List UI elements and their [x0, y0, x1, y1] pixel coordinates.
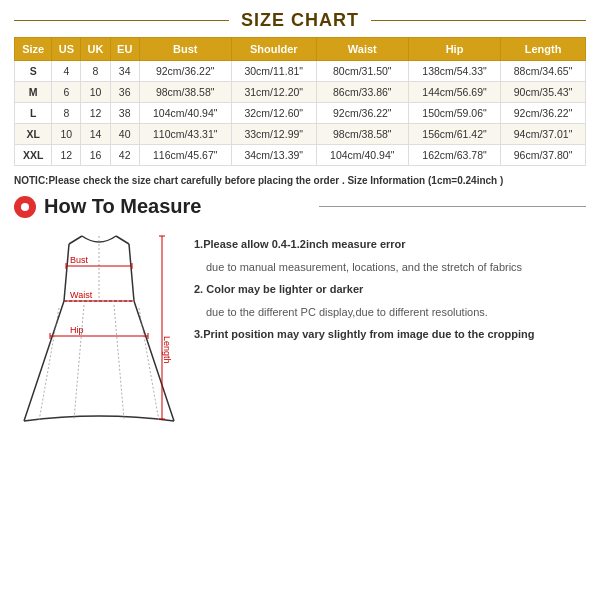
svg-line-3 [114, 305, 124, 419]
table-header-length: Length [501, 38, 586, 61]
table-cell: 98cm/38.58" [139, 82, 231, 103]
table-cell: 36 [110, 82, 139, 103]
table-cell: 88cm/34.65" [501, 61, 586, 82]
table-cell: 10 [81, 82, 111, 103]
table-cell: 33cm/12.99" [231, 124, 316, 145]
table-header-uk: UK [81, 38, 111, 61]
table-cell: 162cm/63.78" [408, 145, 500, 166]
table-cell: S [15, 61, 52, 82]
table-cell: 98cm/38.58" [316, 124, 408, 145]
table-cell: 38 [110, 103, 139, 124]
table-cell: 90cm/35.43" [501, 82, 586, 103]
table-cell: 14 [81, 124, 111, 145]
table-cell: 10 [52, 124, 81, 145]
table-cell: 94cm/37.01" [501, 124, 586, 145]
table-cell: 30cm/11.81" [231, 61, 316, 82]
how-to-measure-title: How To Measure [44, 195, 311, 218]
dress-svg: Bust Waist Hip Length [14, 226, 184, 426]
table-cell: 6 [52, 82, 81, 103]
table-cell: 104cm/40.94" [139, 103, 231, 124]
table-header-us: US [52, 38, 81, 61]
table-cell: 144cm/56.69" [408, 82, 500, 103]
table-cell: XXL [15, 145, 52, 166]
table-header-hip: Hip [408, 38, 500, 61]
dress-illustration: Bust Waist Hip Length [14, 226, 184, 428]
table-cell: 8 [81, 61, 111, 82]
how-to-measure-heading: How To Measure [14, 195, 586, 218]
table-body: S483492cm/36.22"30cm/11.81"80cm/31.50"13… [15, 61, 586, 166]
instructions-list: 1.Please allow 0.4-1.2inch measure error… [194, 226, 586, 349]
table-cell: 31cm/12.20" [231, 82, 316, 103]
table-header-row: SizeUSUKEUBustShoulderWaistHipLength [15, 38, 586, 61]
svg-line-1 [39, 308, 59, 421]
title-line-right [371, 20, 586, 21]
table-header-size: Size [15, 38, 52, 61]
how-icon-inner [21, 203, 29, 211]
table-cell: 92cm/36.22" [316, 103, 408, 124]
how-title-line [319, 206, 586, 207]
table-cell: 96cm/37.80" [501, 145, 586, 166]
instruction-sub-1: due to manual measurement, locations, an… [194, 259, 586, 276]
table-cell: 4 [52, 61, 81, 82]
table-cell: 156cm/61.42" [408, 124, 500, 145]
table-cell: 150cm/59.06" [408, 103, 500, 124]
title-row: SIZE CHART [14, 10, 586, 31]
table-row: M6103698cm/38.58"31cm/12.20"86cm/33.86"1… [15, 82, 586, 103]
table-cell: 138cm/54.33" [408, 61, 500, 82]
size-table: SizeUSUKEUBustShoulderWaistHipLength S48… [14, 37, 586, 166]
table-cell: L [15, 103, 52, 124]
table-cell: 80cm/31.50" [316, 61, 408, 82]
table-row: L81238104cm/40.94"32cm/12.60"92cm/36.22"… [15, 103, 586, 124]
table-cell: 110cm/43.31" [139, 124, 231, 145]
table-cell: 34 [110, 61, 139, 82]
svg-text:Waist: Waist [70, 290, 93, 300]
table-cell: 92cm/36.22" [139, 61, 231, 82]
svg-text:Bust: Bust [70, 255, 89, 265]
table-cell: 12 [52, 145, 81, 166]
table-cell: 86cm/33.86" [316, 82, 408, 103]
instruction-main-1: 1.Please allow 0.4-1.2inch measure error [194, 236, 586, 253]
table-row: XXL121642116cm/45.67"34cm/13.39"104cm/40… [15, 145, 586, 166]
table-cell: 34cm/13.39" [231, 145, 316, 166]
instruction-main-3: 3.Print position may vary slightly from … [194, 326, 586, 343]
table-cell: 42 [110, 145, 139, 166]
instruction-sub-2: due to the different PC display,due to d… [194, 304, 586, 321]
table-cell: M [15, 82, 52, 103]
table-cell: 104cm/40.94" [316, 145, 408, 166]
table-cell: 116cm/45.67" [139, 145, 231, 166]
chart-title: SIZE CHART [229, 10, 371, 31]
table-cell: 16 [81, 145, 111, 166]
notice-text: NOTIC:Please check the size chart carefu… [14, 172, 586, 189]
table-cell: 12 [81, 103, 111, 124]
table-header-waist: Waist [316, 38, 408, 61]
table-cell: 8 [52, 103, 81, 124]
instruction-main-2: 2. Color may be lighter or darker [194, 281, 586, 298]
how-icon [14, 196, 36, 218]
table-cell: 32cm/12.60" [231, 103, 316, 124]
page: SIZE CHART SizeUSUKEUBustShoulderWaistHi… [0, 0, 600, 600]
table-header-eu: EU [110, 38, 139, 61]
table-header-bust: Bust [139, 38, 231, 61]
table-cell: 92cm/36.22" [501, 103, 586, 124]
svg-line-2 [74, 305, 84, 419]
table-row: XL101440110cm/43.31"33cm/12.99"98cm/38.5… [15, 124, 586, 145]
title-line-left [14, 20, 229, 21]
how-to-measure-content: Bust Waist Hip Length 1.Please allow 0.4… [14, 226, 586, 428]
svg-text:Hip: Hip [70, 325, 84, 335]
table-cell: 40 [110, 124, 139, 145]
svg-line-4 [139, 308, 159, 421]
table-row: S483492cm/36.22"30cm/11.81"80cm/31.50"13… [15, 61, 586, 82]
svg-text:Length: Length [162, 336, 172, 364]
table-cell: XL [15, 124, 52, 145]
table-header-shoulder: Shoulder [231, 38, 316, 61]
